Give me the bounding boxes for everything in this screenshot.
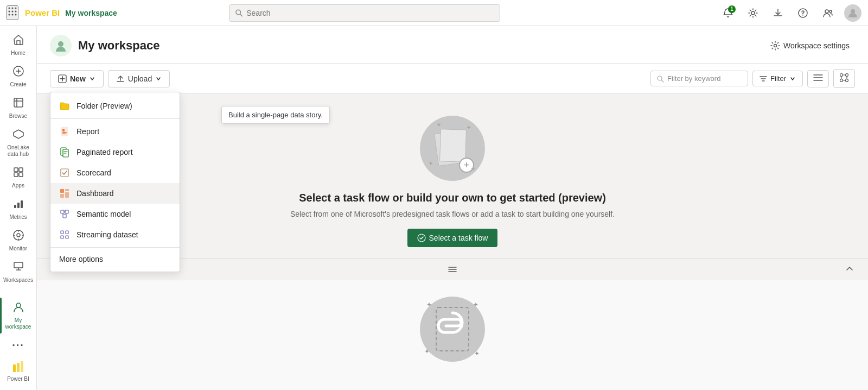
svg-point-4: [12, 11, 14, 12]
sidebar-item-label-home: Home: [11, 50, 25, 56]
report-icon: [59, 126, 70, 137]
dropdown-item-folder[interactable]: Folder (Preview): [50, 96, 180, 116]
dropdown-folder-label: Folder (Preview): [76, 102, 132, 110]
svg-rect-52: [65, 192, 69, 198]
notification-bell-icon[interactable]: 1: [719, 4, 737, 22]
svg-point-28: [17, 234, 20, 237]
sidebar-item-create[interactable]: Create: [2, 62, 35, 91]
dropdown-item-scorecard[interactable]: Scorecard: [50, 162, 180, 183]
sidebar-item-powerbi[interactable]: Power BI: [2, 357, 35, 386]
dropdown-paginated-label: Paginated report: [76, 148, 133, 156]
sidebar-item-label-powerbi: Power BI: [7, 376, 29, 382]
user-avatar[interactable]: [844, 4, 861, 22]
dropdown-scorecard-label: Scorecard: [76, 168, 111, 177]
filter-icon: [760, 75, 767, 83]
svg-point-35: [774, 45, 777, 47]
top-nav: Power BI My workspace 1: [0, 0, 868, 26]
search-input[interactable]: [246, 9, 494, 17]
workspace-settings-button[interactable]: Workspace settings: [765, 37, 855, 54]
svg-rect-45: [62, 132, 67, 133]
list-view-button[interactable]: [807, 70, 829, 87]
svg-rect-43: [61, 127, 68, 136]
svg-point-11: [751, 11, 755, 15]
sidebar-item-apps[interactable]: Apps: [2, 163, 35, 192]
dots-grid-icon[interactable]: [7, 5, 18, 20]
dropdown-item-more-options[interactable]: More options: [50, 250, 180, 268]
filter-button[interactable]: Filter: [752, 71, 803, 86]
filter-keyword-input[interactable]: Filter by keyword: [650, 71, 748, 86]
sidebar-item-onelake[interactable]: OneLake data hub: [2, 125, 35, 161]
dropdown-item-semantic[interactable]: Semantic model: [50, 204, 180, 224]
dropdown-item-dashboard[interactable]: Dashboard: [50, 183, 180, 204]
main-heading: Select a task flow or build your own to …: [299, 192, 606, 204]
cta-label: Select a task flow: [429, 234, 488, 242]
svg-rect-32: [17, 363, 20, 372]
svg-point-14: [825, 10, 828, 13]
upload-button[interactable]: Upload: [108, 70, 170, 87]
svg-point-7: [12, 14, 14, 16]
svg-point-39: [840, 74, 843, 77]
dropdown-semantic-label: Semantic model: [76, 210, 131, 218]
share-people-icon[interactable]: [819, 4, 837, 22]
top-illustration: + ✦ ✦ ✦ ✦: [420, 116, 485, 181]
chevron-up-icon: [844, 263, 855, 274]
search-icon: [235, 9, 243, 17]
svg-rect-24: [14, 205, 16, 208]
search-bar[interactable]: [229, 4, 500, 22]
svg-rect-44: [62, 129, 65, 131]
tooltip-text: Build a single-page data story.: [228, 111, 323, 119]
more-dots-icon: ···: [12, 339, 24, 351]
help-question-icon[interactable]: [794, 4, 812, 22]
workspaces-icon: [12, 261, 24, 275]
sidebar-item-monitor[interactable]: Monitor: [2, 226, 35, 255]
streaming-icon: [59, 229, 70, 240]
filter-keyword-placeholder: Filter by keyword: [667, 74, 720, 83]
svg-point-3: [9, 11, 10, 12]
svg-rect-18: [14, 98, 23, 107]
page-header: My workspace Workspace settings: [37, 26, 868, 64]
settings-gear-icon[interactable]: [744, 4, 762, 22]
sidebar-item-label-workspaces: Workspaces: [3, 277, 33, 284]
sidebar-item-label-onelake: OneLake data hub: [7, 144, 29, 158]
dashboard-icon: [59, 188, 70, 199]
semantic-icon: [59, 209, 70, 219]
task-flow-icon: [417, 234, 426, 242]
sidebar-item-browse[interactable]: Browse: [2, 93, 35, 123]
sidebar-item-label-myworkspace: My workspace: [4, 317, 33, 330]
powerbi-logo-icon: [11, 360, 25, 374]
paginated-icon: [59, 147, 70, 158]
lineage-button[interactable]: [833, 69, 855, 88]
dropdown-item-report[interactable]: Report: [50, 121, 180, 142]
bottom-illustration: ✦ ✦ ✦ ✦: [420, 297, 485, 362]
new-button[interactable]: New: [50, 70, 104, 87]
dropdown-item-streaming[interactable]: Streaming dataset: [50, 224, 180, 245]
svg-point-0: [9, 8, 10, 9]
svg-rect-29: [14, 262, 23, 268]
browse-icon: [12, 97, 24, 111]
svg-point-40: [846, 74, 848, 77]
sidebar-item-more[interactable]: ···: [2, 336, 35, 355]
svg-rect-54: [61, 210, 64, 213]
top-nav-workspace-name[interactable]: My workspace: [65, 9, 117, 17]
download-icon[interactable]: [769, 4, 787, 22]
brand-logo: Power BI: [25, 8, 60, 17]
scorecard-icon: [59, 167, 70, 178]
select-task-flow-button[interactable]: Select a task flow: [407, 229, 498, 247]
svg-point-15: [829, 10, 832, 12]
svg-rect-56: [63, 215, 66, 218]
sidebar-item-label-create: Create: [10, 81, 26, 88]
svg-rect-51: [65, 189, 69, 191]
svg-line-10: [240, 14, 242, 16]
upload-label: Upload: [128, 74, 152, 83]
sidebar-item-myworkspace[interactable]: My workspace: [2, 298, 35, 334]
sidebar-item-label-monitor: Monitor: [9, 246, 27, 252]
sidebar-item-workspaces[interactable]: Workspaces: [2, 257, 35, 287]
sidebar-item-home[interactable]: Home: [2, 30, 35, 60]
svg-point-6: [9, 14, 10, 16]
page-title: My workspace: [78, 39, 159, 53]
collapse-chevron[interactable]: [844, 263, 855, 276]
svg-rect-57: [61, 231, 63, 234]
dropdown-report-label: Report: [76, 127, 99, 136]
sidebar-item-metrics[interactable]: Metrics: [2, 194, 35, 224]
dropdown-item-paginated[interactable]: Paginated report: [50, 142, 180, 162]
